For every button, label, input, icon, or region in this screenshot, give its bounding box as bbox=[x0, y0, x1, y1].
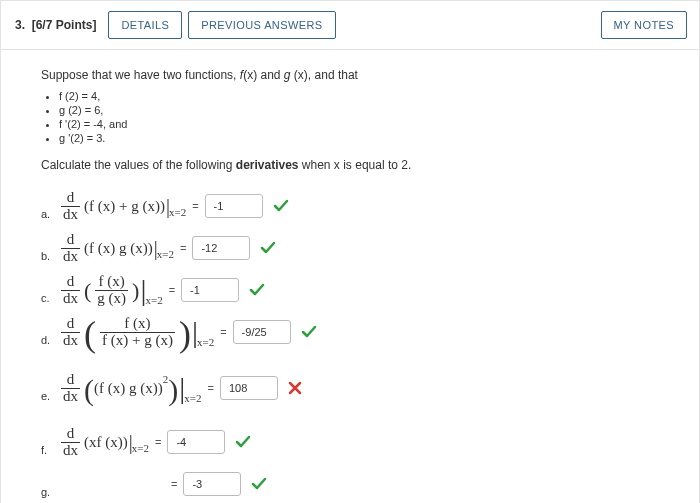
eval-at: x=2 bbox=[184, 392, 201, 404]
part-f: f. ddx (xf (x)) | x=2 = -4 bbox=[41, 422, 659, 462]
question-header: 3. [6/7 Points] DETAILS PREVIOUS ANSWERS… bbox=[1, 1, 699, 50]
part-e: e. ddx ( (f (x) g (x)) 2 ) | x=2 = 108 bbox=[41, 368, 659, 408]
check-icon bbox=[249, 282, 265, 298]
check-icon bbox=[235, 434, 251, 450]
answer-box[interactable]: -9/25 bbox=[233, 320, 291, 344]
ddx: ddx bbox=[61, 190, 80, 223]
equals: = bbox=[192, 200, 198, 212]
quotient: f (x)f (x) + g (x) bbox=[100, 316, 175, 349]
ddx: ddx bbox=[61, 372, 80, 405]
answer-box[interactable]: -4 bbox=[167, 430, 225, 454]
question-card: 3. [6/7 Points] DETAILS PREVIOUS ANSWERS… bbox=[0, 0, 700, 503]
given-item: g (2) = 6, bbox=[59, 104, 659, 116]
answer-box[interactable]: -1 bbox=[205, 194, 263, 218]
part-label: g. bbox=[41, 486, 57, 503]
check-icon bbox=[260, 240, 276, 256]
eval-at: x=2 bbox=[157, 248, 174, 260]
part-label: b. bbox=[41, 250, 57, 268]
given-item: g '(2) = 3. bbox=[59, 132, 659, 144]
answer-box[interactable]: -3 bbox=[183, 472, 241, 496]
part-label: a. bbox=[41, 208, 57, 226]
my-notes-button[interactable]: MY NOTES bbox=[601, 11, 687, 39]
check-icon bbox=[251, 476, 267, 492]
eval-at: x=2 bbox=[169, 206, 186, 218]
ddx: ddx bbox=[61, 426, 80, 459]
part-a: a. ddx (f (x) + g (x)) | x=2 = -1 bbox=[41, 186, 659, 226]
part-label: c. bbox=[41, 292, 57, 310]
given-item: f (2) = 4, bbox=[59, 90, 659, 102]
eval-at: x=2 bbox=[132, 442, 149, 454]
equals: = bbox=[169, 284, 175, 296]
part-label: e. bbox=[41, 390, 57, 408]
part-d: d. ddx ( f (x)f (x) + g (x) ) | x=2 = -9… bbox=[41, 312, 659, 352]
equals: = bbox=[220, 326, 226, 338]
ddx: ddx bbox=[61, 316, 80, 349]
part-label: f. bbox=[41, 444, 57, 462]
ddx: ddx bbox=[61, 274, 80, 307]
expr: (f (x) g (x)) bbox=[84, 240, 153, 257]
equals: = bbox=[207, 382, 213, 394]
part-label: d. bbox=[41, 334, 57, 352]
given-item: f '(2) = -4, and bbox=[59, 118, 659, 130]
part-c: c. ddx ( f (x)g (x) ) | x=2 = -1 bbox=[41, 270, 659, 310]
eval-at: x=2 bbox=[145, 294, 162, 306]
check-icon bbox=[301, 324, 317, 340]
quotient: f (x)g (x) bbox=[95, 274, 128, 307]
details-button[interactable]: DETAILS bbox=[108, 11, 182, 39]
cross-icon bbox=[288, 381, 302, 395]
equals: = bbox=[155, 436, 161, 448]
answer-box[interactable]: -1 bbox=[181, 278, 239, 302]
expr: (xf (x)) bbox=[84, 434, 128, 451]
previous-answers-button[interactable]: PREVIOUS ANSWERS bbox=[188, 11, 335, 39]
prompt-text: Suppose that we have two functions, f(x)… bbox=[41, 68, 659, 82]
given-list: f (2) = 4, g (2) = 6, f '(2) = -4, and g… bbox=[59, 90, 659, 144]
part-b: b. ddx (f (x) g (x)) | x=2 = -12 bbox=[41, 228, 659, 268]
inner-expr: (f (x) g (x)) bbox=[94, 380, 163, 397]
question-body: Suppose that we have two functions, f(x)… bbox=[1, 50, 699, 503]
ddx: ddx bbox=[61, 232, 80, 265]
expr: (f (x) + g (x)) bbox=[84, 198, 165, 215]
equals: = bbox=[180, 242, 186, 254]
part-g: g. = -3 bbox=[41, 464, 659, 503]
eval-at: x=2 bbox=[197, 336, 214, 348]
answer-box[interactable]: -12 bbox=[192, 236, 250, 260]
calculate-text: Calculate the values of the following de… bbox=[41, 158, 659, 172]
equals: = bbox=[171, 478, 177, 490]
check-icon bbox=[273, 198, 289, 214]
question-points: 3. [6/7 Points] bbox=[15, 18, 96, 32]
answer-box[interactable]: 108 bbox=[220, 376, 278, 400]
